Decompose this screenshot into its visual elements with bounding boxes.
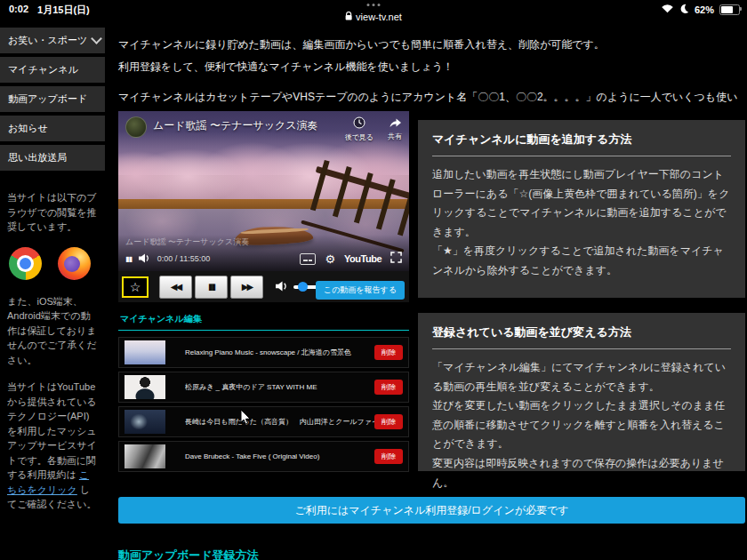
watch-later-label: 後で見る [345, 132, 374, 142]
share-button[interactable]: 共有 [388, 116, 402, 142]
status-bar: 0:02 1月15日(日) view-tv.net 62% [0, 0, 747, 25]
sidebar-item-label: お笑い・スポーツ [8, 34, 87, 47]
sidebar-item-label: 思い出放送局 [8, 151, 67, 164]
sidebar-item-news[interactable]: お知らせ [0, 116, 105, 141]
watch-later-button[interactable]: 後で見る [345, 116, 374, 142]
howto-panel-reorder-video: 登録されている動画を並び変える方法 「マイチャンネル編集」にてマイチャンネルに登… [418, 313, 745, 471]
pause-icon[interactable]: ▮▮ [125, 255, 132, 263]
thumbnail-portrait [124, 375, 165, 399]
chevron-down-icon [91, 33, 102, 44]
sidebar-item-my-channel[interactable]: マイチャンネル [0, 57, 105, 83]
share-label: 共有 [388, 132, 402, 141]
browser-note: 当サイトは以下のブラウザでの閲覧を推奨しています。 [7, 190, 98, 235]
playlist-item-title: 松原みき _ 真夜中のドア STAY WITH ME [185, 382, 374, 392]
api-note-text: 当サイトはYouTubeから提供されているテクノロジー(API)を利用したマッシ… [7, 381, 97, 480]
battery-percent: 62% [695, 4, 714, 15]
speaker-icon [276, 279, 288, 295]
transport-buttons: ◀◀ ▮▮ ▶▶ [159, 276, 263, 299]
playlist-row[interactable]: 長崎は今日も雨だった（高音質） 内山田洋とクールファイブ 削除 [118, 406, 409, 437]
thumbnail-bw-band [124, 444, 165, 468]
browser-icons [9, 247, 98, 280]
youtube-logo[interactable]: YouTube [344, 253, 382, 264]
firefox-icon [58, 247, 91, 280]
subtitles-icon[interactable] [300, 253, 316, 265]
howto-panel-add-video: マイチャンネルに動画を追加する方法 追加したい動画を再生状態にし動画プレイヤー下… [418, 120, 745, 298]
report-video-button[interactable]: この動画を報告する [316, 281, 405, 300]
delete-button[interactable]: 削除 [374, 380, 403, 395]
battery-icon [719, 4, 740, 15]
sidebar-item-label: 動画アップボード [8, 92, 87, 106]
sidebar-item-label: マイチャンネル [8, 63, 78, 76]
sidebar: お笑い・スポーツ マイチャンネル 動画アップボード お知らせ 思い出放送局 当サ… [0, 28, 105, 524]
panel-divider [432, 156, 731, 156]
playlist-item-title: Dave Brubeck - Take Five ( Original Vide… [185, 452, 374, 460]
video-controls-right: ⚙ YouTube [300, 251, 402, 267]
device-note: また、iOS端末、Android端末での動作は保証しておりませんのでご了承くださ… [7, 294, 98, 368]
sidebar-item-memory-station[interactable]: 思い出放送局 [0, 145, 105, 171]
playlist-row[interactable]: Relaxing Piano Music - snowscape / 北海道の雪… [118, 337, 409, 368]
pause-button[interactable]: ▮▮ [195, 276, 228, 299]
add-to-mychannel-star-button[interactable]: ☆ [122, 276, 149, 298]
channel-avatar[interactable] [125, 116, 147, 138]
thumbnail-snowscape [124, 340, 165, 364]
sidebar-item-comedy-sports[interactable]: お笑い・スポーツ [0, 28, 105, 53]
time-display: 0:00 / 11:55:00 [157, 254, 210, 263]
playlist-item-title: Relaxing Piano Music - snowscape / 北海道の雪… [185, 348, 374, 357]
sidebar-item-video-upboard[interactable]: 動画アップボード [0, 86, 105, 112]
sidebar-item-label: お知らせ [8, 122, 48, 135]
video-top-overlay: ムード歌謡 〜テナーサックス演奏 後で見る 共有 [125, 116, 402, 142]
login-register-button[interactable]: ご利用にはマイチャンネル利用登録/ログインが必要です [118, 497, 745, 524]
address-bar[interactable]: view-tv.net [345, 12, 402, 22]
howto-panel-body: 「マイチャンネル編集」にてマイチャンネルに登録されている動画の再生順を並び変える… [432, 358, 731, 492]
rewind-button[interactable]: ◀◀ [159, 276, 192, 299]
video-top-actions: 後で見る 共有 [345, 116, 402, 142]
multitask-dots-icon [367, 4, 381, 6]
clock-time: 0:02 [9, 4, 28, 17]
status-date: 1月15日(日) [37, 4, 90, 17]
playlist-row[interactable]: Dave Brubeck - Take Five ( Original Vide… [118, 441, 409, 472]
api-note: 当サイトはYouTubeから提供されているテクノロジー(API)を利用したマッシ… [7, 380, 98, 512]
delete-button[interactable]: 削除 [374, 345, 403, 360]
lock-icon [345, 12, 352, 22]
forward-button[interactable]: ▶▶ [230, 276, 263, 299]
video-bottom-overlay: ムード歌謡 〜テナーサックス演奏 ▮▮ 0:00 / 11:55:00 ⚙ Yo… [118, 235, 409, 271]
howto-panel-title: 登録されている動画を並び変える方法 [432, 324, 731, 340]
clock-icon [353, 116, 365, 131]
playlist-row[interactable]: 松原みき _ 真夜中のドア STAY WITH ME 削除 [118, 372, 409, 403]
thumbnail-stage [124, 410, 165, 434]
status-right: 62% [661, 4, 740, 15]
volume-icon[interactable] [139, 251, 150, 267]
video-title-faint: ムード歌謡 〜テナーサックス演奏 [125, 236, 402, 248]
player-controller-bar: ☆ ◀◀ ▮▮ ▶▶ この動画を報告する [118, 271, 409, 302]
delete-button[interactable]: 削除 [374, 449, 403, 464]
sidebar-notes: 当サイトは以下のブラウザでの閲覧を推奨しています。 また、iOS端末、Andro… [0, 174, 105, 512]
mychannel-edit-section: マイチャンネル編集 Relaxing Piano Music - snowsca… [118, 313, 409, 476]
howto-panel-body: 追加したい動画を再生状態にし動画プレイヤー下部のコントローラーにある「☆(画像上… [432, 165, 731, 281]
playlist-item-title: 長崎は今日も雨だった（高音質） 内山田洋とクールファイブ [185, 417, 374, 427]
panel-divider [432, 348, 731, 349]
howto-panel-title: マイチャンネルに動画を追加する方法 [432, 132, 731, 148]
mychannel-edit-title: マイチャンネル編集 [120, 313, 409, 325]
fullscreen-icon[interactable] [390, 251, 402, 267]
edit-title-divider [118, 330, 409, 331]
video-controls: ▮▮ 0:00 / 11:55:00 ⚙ YouTube [125, 251, 402, 267]
status-left: 0:02 1月15日(日) [9, 4, 90, 17]
screen: 0:02 1月15日(日) view-tv.net 62% お笑い・スポーツ [0, 0, 747, 560]
intro-line-1: マイチャンネルに録り貯めた動画は、編集画面からいつでも簡単に順番入れ替え、削除が… [118, 34, 743, 56]
video-title: ムード歌謡 〜テナーサックス演奏 [153, 118, 318, 133]
volume-slider-knob[interactable] [298, 282, 308, 292]
delete-button[interactable]: 削除 [374, 414, 403, 429]
video-player: ムード歌謡 〜テナーサックス演奏 後で見る 共有 [118, 111, 409, 302]
chrome-icon [9, 247, 42, 280]
share-arrow-icon [389, 116, 402, 130]
video-surface[interactable]: ムード歌謡 〜テナーサックス演奏 後で見る 共有 [118, 111, 409, 271]
url-text: view-tv.net [356, 12, 402, 22]
intro-line-2: 利用登録をして、便利で快適なマイチャンネル機能を使いましょう！ [118, 56, 743, 78]
settings-gear-icon[interactable]: ⚙ [325, 253, 335, 265]
wifi-icon [661, 4, 674, 15]
next-section-heading: 動画アップボード登録方法 [118, 548, 259, 560]
moon-icon [679, 4, 689, 15]
